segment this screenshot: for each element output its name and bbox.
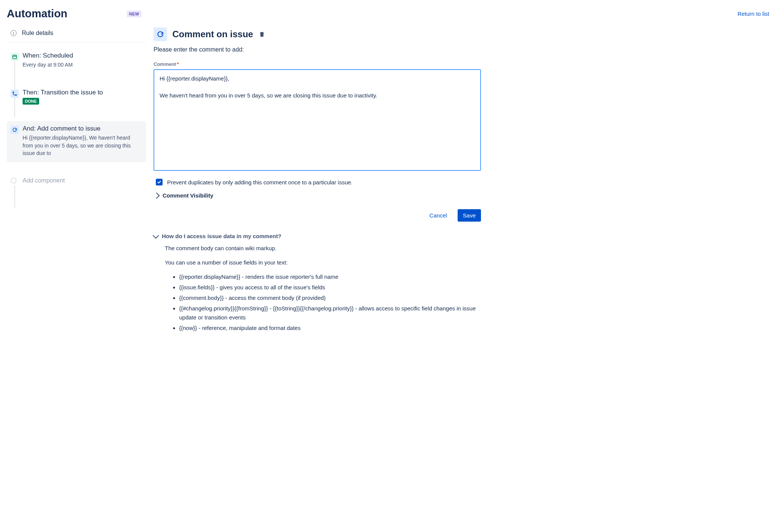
help-expander[interactable]: How do I access issue data in my comment… [154,233,481,239]
main-panel: Comment on issue Please enter the commen… [154,27,481,334]
header-left: Automation NEW [7,8,142,20]
step-title: And: Add comment to issue [23,125,142,132]
connector-line [14,185,15,208]
help-body: The comment body can contain wiki markup… [154,239,481,333]
calendar-icon [11,53,19,61]
chevron-down-icon [153,232,159,239]
help-item: {{#changelog.priority}}{{fromString}} - … [179,304,481,322]
help-line1: The comment body can contain wiki markup… [165,244,481,253]
rule-details-row[interactable]: i Rule details [7,27,146,42]
chevron-right-icon [154,192,160,199]
add-component-button[interactable]: Add component [7,173,146,188]
info-icon: i [11,30,17,36]
comment-visibility-label: Comment Visibility [163,192,213,199]
new-badge: NEW [127,11,142,17]
rule-sidebar: i Rule details When: Scheduled Every day… [7,27,146,334]
step-subtitle: Hi {{reporter.displayName}}, We haven't … [23,134,142,157]
help-item: {{now}} - reference, manipulate and form… [179,324,481,333]
return-to-list-link[interactable]: Return to list [738,11,769,17]
trash-icon[interactable] [259,31,265,38]
step-title: Then: Transition the issue to [23,89,142,96]
comment-visibility-expander[interactable]: Comment Visibility [154,192,481,199]
page-header: Automation NEW Return to list [7,4,769,27]
svg-point-4 [13,92,14,93]
comment-field-label: Comment* [154,61,481,67]
add-component-label: Add component [23,177,65,184]
save-button[interactable]: Save [458,209,481,222]
svg-rect-0 [13,55,17,59]
help-title: How do I access issue data in my comment… [162,233,281,239]
help-item: {{issue.fields}} - gives you access to a… [179,283,481,292]
prevent-duplicates-label: Prevent duplicates by only adding this c… [167,179,353,185]
branch-icon [11,90,19,98]
help-line2: You can use a number of issue fields in … [165,258,481,267]
refresh-icon [154,27,167,41]
step-when-scheduled[interactable]: When: Scheduled Every day at 9:00 AM [7,48,146,74]
page-title: Automation [7,8,67,20]
help-list: {{reporter.displayName}} - renders the i… [165,272,481,333]
circle-icon [11,178,17,184]
help-item: {{comment.body}} - access the comment bo… [179,293,481,302]
rule-steps: When: Scheduled Every day at 9:00 AM The… [7,42,146,188]
refresh-icon [11,126,19,134]
prevent-duplicates-checkbox[interactable] [156,179,163,185]
step-title: When: Scheduled [23,52,142,59]
main-header: Comment on issue [154,27,481,41]
done-badge: DONE [23,98,39,105]
main-title: Comment on issue [172,29,253,40]
cancel-button[interactable]: Cancel [424,209,452,222]
instruction-text: Please enter the comment to add: [154,46,481,53]
step-transition-issue[interactable]: Then: Transition the issue to DONE [7,85,146,110]
prevent-duplicates-row: Prevent duplicates by only adding this c… [154,179,481,185]
action-buttons: Cancel Save [154,209,481,222]
svg-point-5 [15,94,17,96]
help-section: How do I access issue data in my comment… [154,233,481,333]
step-subtitle: Every day at 9:00 AM [23,61,142,68]
comment-textarea[interactable] [154,69,481,171]
step-add-comment[interactable]: And: Add comment to issue Hi {{reporter.… [7,121,146,162]
rule-details-label: Rule details [22,30,53,36]
help-item: {{reporter.displayName}} - renders the i… [179,272,481,281]
